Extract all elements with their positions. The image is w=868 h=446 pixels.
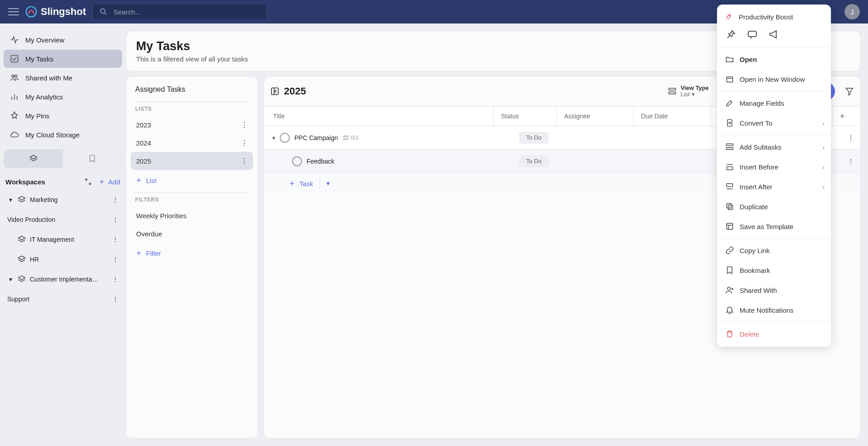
sort-icon[interactable] [84,177,93,186]
svg-point-54 [727,287,731,290]
svg-line-2 [105,13,107,15]
layers-icon [29,154,38,163]
menu-open[interactable]: Open [717,49,831,69]
menu-copy-link[interactable]: Copy Link [717,240,831,260]
menu-save-as-template[interactable]: Save as Template [717,216,831,236]
task-list-title: 2025 [270,85,306,97]
status-circle[interactable] [292,156,302,166]
nav-overview[interactable]: My Overview [4,31,122,49]
chevron-right-icon: › [822,119,825,127]
task-row-more-button[interactable]: ⋮ [841,134,860,141]
workspace-item-support[interactable]: Support ⋮ [4,289,122,309]
panel-collapse-icon[interactable] [270,87,279,96]
workspace-item-video-production[interactable]: Video Production ⋮ [4,210,122,230]
add-task-dropdown[interactable]: ▾ [326,179,330,188]
add-filter-button[interactable]: Filter [131,244,253,262]
workspace-more-icon[interactable]: ⋮ [112,256,118,263]
chevron-right-icon: › [822,163,825,171]
bar-chart-icon [10,92,19,101]
nav-my-tasks[interactable]: My Tasks [4,50,122,68]
filter-overdue[interactable]: Overdue [131,225,253,243]
column-title[interactable]: Title [273,113,493,120]
menu-bookmark[interactable]: Bookmark [717,260,831,280]
activity-icon [10,35,19,44]
status-badge[interactable]: To Do [519,132,549,144]
svg-marker-13 [19,236,25,240]
workspace-item-marketing[interactable]: ▾ Marketing ⋮ [4,190,122,210]
workspace-more-icon[interactable]: ⋮ [112,236,118,243]
chat-icon[interactable] [747,29,758,40]
expand-toggle-icon[interactable]: ▾ [272,134,275,141]
svg-marker-15 [19,276,25,280]
sidebar: My Overview My Tasks Shared with Me My A… [0,23,126,446]
search-input[interactable] [113,8,260,16]
add-column-button[interactable] [832,107,851,126]
nav-cloud-storage[interactable]: My Cloud Storage [4,126,122,144]
menu-insert-before[interactable]: Insert Before › [717,157,831,177]
list-item-2023[interactable]: 2023⋮ [131,116,253,134]
workspace-item-customer-implementation[interactable]: ▾ Customer Implementa… ⋮ [4,269,122,289]
list-item-2025[interactable]: 2025⋮ [131,152,253,170]
workspace-more-icon[interactable]: ⋮ [112,196,118,203]
menu-duplicate[interactable]: Duplicate [717,197,831,216]
workspaces-tab[interactable] [4,150,63,168]
menu-toggle-button[interactable] [8,6,19,17]
announce-icon[interactable] [769,29,779,40]
workspace-more-icon[interactable]: ⋮ [112,216,118,223]
nav-analytics[interactable]: My Analytics [4,88,122,106]
bookmark-icon [88,154,97,163]
shared-users-icon [10,73,19,82]
workspace-more-icon[interactable]: ⋮ [112,276,118,283]
add-workspace-button[interactable]: Add [98,178,120,186]
new-window-icon [725,75,734,84]
funnel-icon [845,87,854,96]
workspaces-heading: Workspaces [5,178,45,186]
lists-label: LISTS [135,106,253,112]
menu-insert-after[interactable]: Insert After › [717,177,831,197]
svg-point-42 [729,122,730,123]
svg-rect-38 [748,31,756,37]
svg-point-0 [26,7,37,17]
status-circle[interactable] [280,133,290,143]
layers-icon [17,195,26,204]
list-more-icon[interactable]: ⋮ [241,121,248,129]
view-type-selector[interactable]: View Type List ▾ [668,85,708,98]
lists-panel: Assigned Tasks LISTS 2023⋮ 2024⋮ 2025⋮ L… [126,76,258,439]
svg-marker-30 [846,88,853,95]
nav-pins[interactable]: My Pins [4,107,122,125]
column-status[interactable]: Status [493,107,557,126]
menu-productivity-boost[interactable]: Productivity Boost [717,7,831,26]
bell-icon [725,305,734,315]
svg-rect-47 [726,183,732,187]
column-assignee[interactable]: Assignee [557,107,633,126]
user-avatar[interactable]: J [844,4,860,19]
workspace-item-hr[interactable]: HR ⋮ [4,249,122,269]
link-icon [725,246,734,255]
list-item-2024[interactable]: 2024⋮ [131,134,253,152]
plus-icon [135,249,142,257]
workspace-more-icon[interactable]: ⋮ [112,296,118,303]
nav-shared-with-me[interactable]: Shared with Me [4,69,122,87]
bookmarks-tab[interactable] [63,150,122,168]
pin-icon [10,111,19,120]
status-badge[interactable]: To Do [519,155,549,167]
menu-shared-with[interactable]: Shared With [717,280,831,300]
menu-mute-notifications[interactable]: Mute Notifications [717,300,831,320]
task-row-more-button[interactable]: ⋮ [841,158,860,165]
list-more-icon[interactable]: ⋮ [241,157,248,165]
menu-delete[interactable]: Delete [717,324,831,344]
add-list-button[interactable]: List [131,172,253,189]
column-due-date[interactable]: Due Date [633,107,710,126]
add-task-button[interactable]: Task [288,180,313,188]
menu-open-new-window[interactable]: Open in New Window [717,69,831,89]
global-search[interactable] [92,4,267,20]
menu-manage-fields[interactable]: Manage Fields [717,93,831,113]
subtasks-icon [725,142,734,151]
menu-add-subtasks[interactable]: Add Subtasks › [717,137,831,157]
menu-convert-to[interactable]: Convert To › [717,113,831,133]
filter-button[interactable] [845,87,854,96]
filter-weekly-priorities[interactable]: Weekly Priorities [131,207,253,225]
list-more-icon[interactable]: ⋮ [241,139,248,147]
pin-icon[interactable] [725,29,736,40]
workspace-item-it-management[interactable]: IT Management ⋮ [4,230,122,249]
